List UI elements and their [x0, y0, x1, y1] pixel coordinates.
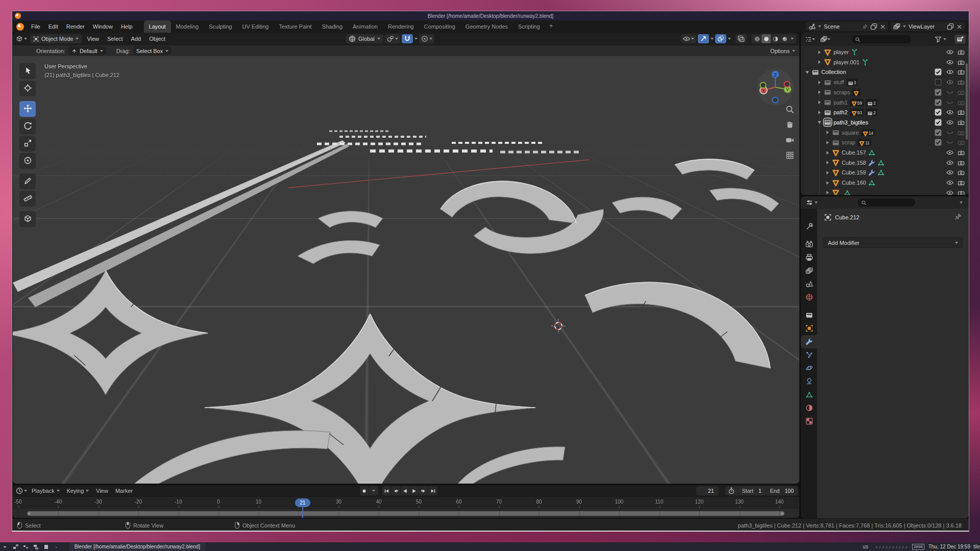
- camera-enabled-icon[interactable]: [957, 179, 965, 187]
- chevron-down-icon[interactable]: [960, 202, 963, 204]
- eye-closed-icon[interactable]: [946, 88, 954, 96]
- expand-icon[interactable]: [825, 160, 830, 165]
- tray-icon[interactable]: ♪: [875, 544, 878, 549]
- eye-open-icon[interactable]: [946, 189, 954, 195]
- pager-icon-5[interactable]: [44, 544, 50, 549]
- outliner-row[interactable]: [801, 188, 969, 195]
- properties-tab-view-layer[interactable]: [801, 264, 817, 278]
- tool-cursor-button[interactable]: [19, 81, 36, 96]
- properties-tab-constraints[interactable]: [801, 375, 817, 388]
- camera-enabled-icon[interactable]: [957, 148, 965, 157]
- tool-scale-button[interactable]: [19, 136, 36, 152]
- play-button[interactable]: [410, 486, 419, 495]
- shading-rendered-button[interactable]: [780, 34, 789, 43]
- outliner-row-scrap[interactable]: scrap11: [801, 137, 969, 147]
- filter-dropdown[interactable]: [935, 36, 946, 43]
- eye-closed-icon[interactable]: [946, 129, 954, 137]
- expand-icon[interactable]: [817, 60, 822, 64]
- add-modifier-button[interactable]: Add Modifier: [823, 237, 963, 248]
- properties-search[interactable]: [858, 198, 915, 207]
- checkbox-on[interactable]: [934, 118, 942, 127]
- menu-help[interactable]: Help: [117, 20, 137, 33]
- chevron-down-icon[interactable]: [414, 38, 418, 40]
- playhead-badge[interactable]: 21: [295, 498, 310, 507]
- editor-type-timeline-icon[interactable]: [16, 487, 23, 494]
- tab-compositing[interactable]: Compositing: [419, 20, 460, 33]
- outliner-row-Cube.157[interactable]: Cube.157: [801, 147, 969, 158]
- properties-tab-scene[interactable]: [801, 278, 817, 291]
- taskbar-clock[interactable]: Thu, 12 Dec 19:59: [928, 544, 970, 549]
- properties-tab-physics[interactable]: [801, 362, 817, 375]
- tray-icon[interactable]: ♪: [878, 544, 881, 549]
- viewlayer-selector[interactable]: ViewLayer: [891, 22, 965, 31]
- xray-toggle[interactable]: [736, 34, 747, 43]
- eye-open-icon[interactable]: [946, 148, 954, 157]
- ortho-grid-icon[interactable]: [786, 151, 794, 160]
- editor-type-outliner-icon[interactable]: [805, 36, 812, 43]
- outliner-row-player[interactable]: player: [801, 47, 969, 57]
- tab-geometry-nodes[interactable]: Geometry Nodes: [460, 20, 513, 33]
- frame-start-field[interactable]: Start1: [738, 486, 766, 495]
- display-mode-icon[interactable]: [820, 36, 827, 43]
- use-preview-range-button[interactable]: [725, 486, 738, 495]
- timeline-ruler[interactable]: -50-40-30-20-100102030405060708090100110…: [13, 496, 799, 508]
- expand-icon[interactable]: [825, 170, 830, 175]
- tool-rotate-button[interactable]: [19, 118, 36, 134]
- tool-transform-button[interactable]: [19, 153, 36, 169]
- tool-move-button[interactable]: [19, 101, 36, 117]
- close-icon[interactable]: [880, 24, 886, 30]
- add-workspace-button[interactable]: +: [545, 20, 557, 33]
- properties-tab-world[interactable]: [801, 291, 817, 304]
- properties-tab-tool[interactable]: [801, 220, 817, 233]
- frame-end-field[interactable]: End100: [766, 486, 798, 495]
- menu-window[interactable]: Window: [89, 20, 117, 33]
- zoom-icon[interactable]: [786, 105, 794, 114]
- collapse-icon[interactable]: [805, 70, 810, 74]
- tab-scripting[interactable]: Scripting: [513, 20, 545, 33]
- camera-enabled-icon[interactable]: [957, 168, 965, 177]
- gizmos-toggle[interactable]: [698, 34, 709, 43]
- menu-file[interactable]: File: [27, 20, 44, 33]
- expand-icon[interactable]: [825, 130, 830, 135]
- shading-wireframe-button[interactable]: [752, 34, 762, 43]
- eye-open-icon[interactable]: [946, 159, 954, 167]
- eye-open-icon[interactable]: [946, 68, 954, 76]
- checkbox-on[interactable]: [934, 138, 942, 146]
- camera-disabled-icon[interactable]: [957, 138, 965, 146]
- properties-tab-particles[interactable]: [801, 348, 817, 362]
- taskbar-window-button[interactable]: Blender [/home/amalie/Desktop/blender/ru…: [69, 542, 205, 551]
- snap-toggle[interactable]: [402, 34, 413, 43]
- tray-icon[interactable]: ♪: [895, 544, 898, 549]
- outliner-row-Cube.160[interactable]: Cube.160: [801, 178, 969, 188]
- shading-material-button[interactable]: [771, 34, 780, 43]
- properties-tab-collection[interactable]: [801, 309, 817, 322]
- properties-tab-render[interactable]: [801, 238, 817, 251]
- tool-add-cube-button[interactable]: [19, 211, 36, 227]
- eye-open-icon[interactable]: [946, 78, 954, 86]
- auto-keying-button[interactable]: [360, 486, 369, 495]
- camera-view-icon[interactable]: [786, 136, 794, 144]
- camera-enabled-icon[interactable]: [957, 68, 965, 76]
- duplicate-scene-icon[interactable]: [870, 23, 877, 30]
- outliner-row-Collection[interactable]: Collection: [801, 67, 969, 77]
- jump-start-button[interactable]: [382, 486, 391, 495]
- editor-type-properties-icon[interactable]: [806, 199, 813, 206]
- navigation-gizmo[interactable]: Z Y X: [756, 68, 795, 107]
- expand-icon[interactable]: [817, 80, 822, 85]
- close-icon[interactable]: [957, 24, 962, 30]
- viewport-canvas[interactable]: User Perspective (21) path3_bigtiles | C…: [13, 56, 799, 484]
- camera-enabled-icon[interactable]: [957, 159, 965, 167]
- eye-open-icon[interactable]: [946, 48, 954, 56]
- viewport-menu-add[interactable]: Add: [127, 33, 145, 45]
- window-titlebar[interactable]: Blender [/home/amalie/Desktop/blender/ru…: [12, 11, 969, 20]
- eye-open-icon[interactable]: [946, 118, 954, 127]
- orientation-default-dropdown[interactable]: Default: [68, 46, 106, 55]
- blender-menu-icon[interactable]: [16, 23, 24, 31]
- expand-icon[interactable]: [825, 190, 830, 195]
- tool-tweak-select-button[interactable]: [19, 63, 36, 79]
- properties-tab-material[interactable]: [801, 402, 817, 415]
- timeline-scrollbar[interactable]: [27, 511, 785, 516]
- camera-enabled-icon[interactable]: [957, 78, 965, 86]
- eye-closed-icon[interactable]: [946, 138, 954, 146]
- camera-enabled-icon[interactable]: [957, 118, 965, 127]
